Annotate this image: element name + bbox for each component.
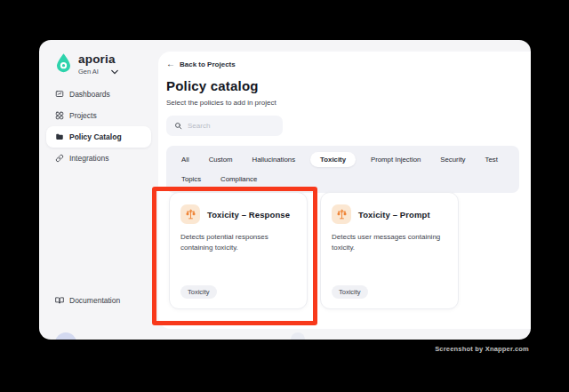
policy-cards: Toxicity – Response Detects potential re… (169, 192, 459, 309)
sidebar-item-policy-catalog[interactable]: Policy Catalog (46, 126, 151, 148)
filter-tab[interactable]: Prompt Injection (366, 153, 425, 166)
projects-icon (55, 111, 64, 120)
filter-tab[interactable]: Test (481, 153, 502, 166)
chevron-down-icon[interactable] (111, 69, 118, 75)
search-input[interactable] (188, 122, 275, 130)
sidebar-item-dashboards[interactable]: Dashboards (46, 84, 151, 105)
policy-card-toxicity-response[interactable]: Toxicity – Response Detects potential re… (169, 192, 308, 309)
scales-icon (185, 209, 196, 220)
back-link-label: Back to Projects (180, 60, 236, 68)
sidebar-item-documentation[interactable]: Documentation (46, 290, 151, 311)
sidebar-nav: Dashboards Projects Policy Catalog Integ… (46, 84, 151, 169)
book-icon (55, 296, 64, 305)
card-title: Toxicity – Response (207, 210, 290, 220)
sidebar-item-projects[interactable]: Projects (46, 105, 151, 126)
page-title: Policy catalog (166, 78, 259, 93)
workspace-label: Gen AI (78, 68, 99, 76)
filter-tab[interactable]: Hallucinations (248, 153, 301, 166)
card-tag: Toxicity (332, 285, 368, 299)
main-panel: ← Back to Projects Policy catalog Select… (158, 52, 531, 329)
brand-name: aporia (78, 52, 118, 66)
back-to-projects-link[interactable]: ← Back to Projects (166, 60, 236, 68)
sidebar-item-label: Dashboards (69, 90, 110, 99)
app-window: aporia Gen AI Dashboards Projects Policy… (39, 40, 531, 340)
filter-tab[interactable]: All (177, 153, 194, 166)
aporia-drop-icon (55, 52, 72, 73)
sidebar-item-label: Documentation (69, 296, 120, 305)
policy-card-toxicity-prompt[interactable]: Toxicity – Prompt Detects user messages … (320, 192, 459, 309)
card-title: Toxicity – Prompt (358, 210, 430, 220)
link-icon (55, 154, 64, 163)
sidebar-footer: Documentation (46, 290, 151, 311)
card-tag: Toxicity (180, 285, 217, 299)
search-icon (174, 122, 182, 130)
search-box[interactable] (166, 116, 283, 136)
screenshot-canvas: { "brand": { "name": "aporia", "workspac… (0, 0, 569, 392)
watermark-label: Screenshot by Xnapper.com (435, 345, 529, 353)
sidebar-item-label: Integrations (69, 154, 108, 163)
filter-tab[interactable]: Security (436, 153, 469, 166)
filter-tab[interactable]: Toxicity (310, 152, 356, 167)
back-arrow-icon: ← (166, 60, 175, 68)
filter-tab[interactable]: Topics (177, 172, 205, 186)
brand-logo[interactable]: aporia Gen AI (55, 52, 118, 76)
sidebar-item-integrations[interactable]: Integrations (46, 148, 151, 169)
sidebar: aporia Gen AI Dashboards Projects Policy… (39, 40, 158, 340)
sidebar-item-label: Policy Catalog (69, 132, 122, 141)
page-subtitle: Select the policies to add in project (166, 99, 276, 107)
help-fab-peek[interactable] (291, 332, 305, 340)
card-description: Detects user messages containing toxicit… (332, 232, 447, 254)
scales-icon (336, 209, 348, 220)
user-avatar[interactable] (55, 332, 76, 340)
dashboards-icon (55, 90, 64, 99)
sidebar-item-label: Projects (69, 111, 97, 120)
card-description: Detects potential responses containing t… (180, 232, 296, 254)
filter-tab[interactable]: Compliance (216, 172, 261, 186)
card-icon-box (332, 204, 351, 224)
folder-icon (55, 132, 64, 141)
card-icon-box (180, 204, 200, 224)
filter-tab[interactable]: Custom (204, 153, 237, 166)
filter-tabs: All Custom Hallucinations Toxicity Promp… (166, 146, 519, 193)
